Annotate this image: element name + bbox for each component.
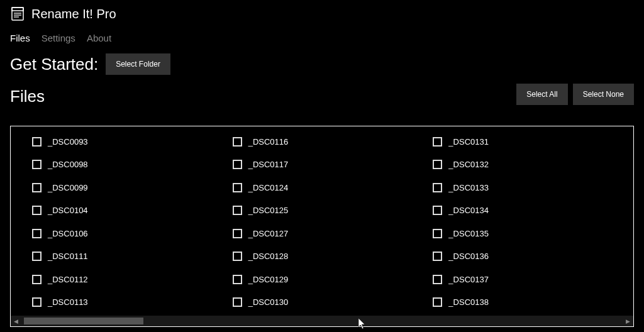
checkbox[interactable]: [233, 275, 242, 284]
checkbox[interactable]: [433, 229, 442, 238]
checkbox[interactable]: [32, 229, 42, 238]
list-item[interactable]: _DSC0136: [433, 245, 633, 268]
checkbox[interactable]: [233, 229, 242, 238]
list-item[interactable]: _DSC0124: [233, 176, 433, 199]
list-item[interactable]: _DSC0135: [433, 222, 633, 245]
file-name-label: _DSC0127: [248, 229, 289, 238]
file-name-label: _DSC0128: [248, 252, 289, 261]
file-name-label: _DSC0130: [248, 297, 289, 307]
file-name-label: _DSC0104: [48, 206, 88, 215]
svg-rect-0: [12, 8, 23, 20]
file-name-label: _DSC0134: [448, 206, 489, 215]
file-name-label: _DSC0132: [448, 160, 489, 169]
tab-files[interactable]: Files: [10, 33, 30, 43]
file-name-label: _DSC0138: [448, 297, 489, 307]
list-item[interactable]: _DSC0128: [233, 245, 433, 268]
scrollbar-thumb[interactable]: [24, 318, 143, 324]
checkbox[interactable]: [32, 275, 42, 284]
list-item[interactable]: _DSC0093: [32, 130, 233, 153]
scroll-right-arrow-icon[interactable]: ▶: [623, 316, 633, 326]
file-name-label: _DSC0133: [448, 183, 489, 192]
file-name-label: _DSC0129: [248, 275, 289, 284]
file-name-label: _DSC0106: [48, 229, 88, 238]
tab-settings[interactable]: Settings: [42, 33, 75, 43]
checkbox[interactable]: [233, 252, 242, 261]
checkbox[interactable]: [32, 297, 42, 307]
list-item[interactable]: _DSC0113: [32, 291, 233, 314]
file-name-label: _DSC0124: [248, 183, 289, 192]
list-item[interactable]: _DSC0111: [32, 245, 233, 268]
checkbox[interactable]: [32, 137, 42, 147]
files-header-row: Files Select All Select None: [0, 84, 644, 109]
checkbox[interactable]: [233, 206, 242, 215]
list-item[interactable]: _DSC0131: [433, 130, 633, 153]
files-scroll-area[interactable]: _DSC0093_DSC0098_DSC0099_DSC0104_DSC0106…: [11, 126, 633, 316]
checkbox[interactable]: [233, 183, 242, 192]
select-none-button[interactable]: Select None: [573, 84, 634, 105]
file-name-label: _DSC0111: [48, 252, 88, 261]
select-all-button[interactable]: Select All: [516, 84, 567, 105]
scrollbar-track[interactable]: [21, 316, 623, 326]
files-heading: Files: [10, 87, 45, 106]
file-name-label: _DSC0093: [48, 137, 88, 147]
file-name-label: _DSC0116: [248, 137, 289, 147]
list-item[interactable]: _DSC0099: [32, 176, 233, 199]
file-name-label: _DSC0135: [448, 229, 489, 238]
checkbox[interactable]: [32, 252, 42, 261]
checkbox[interactable]: [433, 160, 442, 169]
horizontal-scrollbar[interactable]: ◀ ▶: [11, 316, 633, 326]
list-item[interactable]: _DSC0137: [433, 268, 633, 291]
checkbox[interactable]: [233, 137, 242, 147]
file-name-label: _DSC0099: [48, 183, 88, 192]
list-item[interactable]: _DSC0098: [32, 153, 233, 177]
file-name-label: _DSC0098: [48, 160, 88, 169]
tab-bar: Files Settings About: [0, 25, 644, 50]
list-item[interactable]: _DSC0133: [433, 176, 633, 199]
files-column: _DSC0116_DSC0117_DSC0124_DSC0125_DSC0127…: [233, 130, 433, 314]
scroll-left-arrow-icon[interactable]: ◀: [11, 316, 21, 326]
file-name-label: _DSC0125: [248, 206, 289, 215]
checkbox[interactable]: [433, 206, 442, 215]
checkbox[interactable]: [32, 160, 42, 169]
list-item[interactable]: _DSC0104: [32, 199, 233, 223]
checkbox[interactable]: [433, 137, 442, 147]
select-folder-button[interactable]: Select Folder: [106, 53, 170, 75]
files-list-box: _DSC0093_DSC0098_DSC0099_DSC0104_DSC0106…: [10, 126, 634, 327]
file-name-label: _DSC0113: [48, 297, 88, 307]
app-title: Rename It! Pro: [31, 7, 116, 21]
checkbox[interactable]: [32, 206, 42, 215]
files-column: _DSC0093_DSC0098_DSC0099_DSC0104_DSC0106…: [32, 130, 233, 314]
svg-rect-1: [12, 8, 23, 11]
file-name-label: _DSC0137: [448, 275, 489, 284]
list-item[interactable]: _DSC0138: [433, 291, 633, 314]
get-started-row: Get Started: Select Folder: [0, 50, 644, 84]
checkbox[interactable]: [233, 297, 242, 307]
files-grid: _DSC0093_DSC0098_DSC0099_DSC0104_DSC0106…: [11, 126, 633, 314]
file-name-label: _DSC0117: [248, 160, 289, 169]
files-header-buttons: Select All Select None: [516, 84, 634, 106]
checkbox[interactable]: [433, 275, 442, 284]
file-name-label: _DSC0136: [448, 252, 489, 261]
list-item[interactable]: _DSC0130: [233, 291, 433, 314]
checkbox[interactable]: [32, 183, 42, 192]
list-item[interactable]: _DSC0127: [233, 222, 433, 245]
list-item[interactable]: _DSC0129: [233, 268, 433, 291]
app-icon: [10, 6, 25, 21]
list-item[interactable]: _DSC0106: [32, 222, 233, 245]
tab-about[interactable]: About: [87, 33, 111, 43]
list-item[interactable]: _DSC0134: [433, 199, 633, 223]
get-started-label: Get Started:: [10, 55, 98, 74]
list-item[interactable]: _DSC0117: [233, 153, 433, 177]
titlebar: Rename It! Pro: [0, 0, 644, 25]
file-name-label: _DSC0112: [48, 275, 88, 284]
list-item[interactable]: _DSC0132: [433, 153, 633, 177]
file-name-label: _DSC0131: [448, 137, 489, 147]
checkbox[interactable]: [433, 297, 442, 307]
list-item[interactable]: _DSC0112: [32, 268, 233, 291]
checkbox[interactable]: [233, 160, 242, 169]
checkbox[interactable]: [433, 183, 442, 192]
files-column: _DSC0131_DSC0132_DSC0133_DSC0134_DSC0135…: [433, 130, 633, 314]
list-item[interactable]: _DSC0125: [233, 199, 433, 223]
checkbox[interactable]: [433, 252, 442, 261]
list-item[interactable]: _DSC0116: [233, 130, 433, 153]
